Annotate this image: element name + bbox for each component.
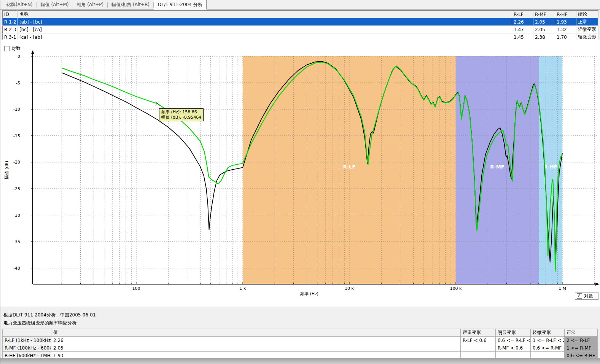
y-tick-label: -30	[13, 213, 20, 218]
x-tick-label: 100	[132, 286, 140, 291]
results-table: ID名称R-LFR-MFR-HF结论R 1-2[ab] - [bc]2.262.…	[2, 10, 598, 41]
cell: 2.26	[512, 18, 533, 26]
y-tick-label: -40	[13, 266, 20, 271]
y-tick-label: -10	[13, 107, 20, 112]
band-r-lf	[243, 56, 456, 284]
column-header[interactable]: 名称	[18, 11, 512, 18]
table-header-row: ID名称R-LFR-MFR-HF结论	[3, 11, 598, 18]
cell: 轻微变形	[576, 26, 598, 33]
log-scale-checkbox-bottom[interactable]: 对数	[575, 292, 598, 300]
cell: 1 <= R-LF < 2	[531, 337, 565, 344]
status-strip	[0, 358, 600, 364]
y-tick-label: -5	[16, 81, 20, 86]
log-checkbox-label: 对数	[584, 293, 593, 299]
x-tick-label: 1 M	[559, 286, 566, 291]
analysis-note-line-2: 电力变压器绕组变形的频率响应分析	[3, 320, 76, 326]
band-label-r-lf: R-LF	[343, 164, 356, 170]
cell: 1.93	[555, 18, 576, 26]
tooltip-magnitude: 幅值 (dB): -8.95464	[161, 115, 201, 120]
cell: R-LF < 0.6	[461, 337, 496, 344]
cell: 2.26	[51, 337, 461, 344]
column-header[interactable]: R-HF	[555, 11, 576, 18]
table-row: R-MF (100kHz - 600kHz)2.05R-MF < 0.60.6 …	[3, 344, 598, 352]
tab-bar: 铭牌(Alt+N)幅值 (Alt+M)相角 (Alt+P)幅值/相角 (Alt+…	[0, 0, 600, 10]
column-header[interactable]: 明显变形	[496, 329, 531, 337]
cell: [ab] - [bc]	[18, 18, 512, 26]
chart-tooltip: 频率 (Hz): 158.86 幅值 (dB): -8.95464	[159, 108, 204, 121]
checkbox-icon[interactable]	[577, 293, 582, 299]
cell: 2.05	[533, 18, 555, 26]
tab-5[interactable]: DL/T 911-2004 分析	[154, 0, 207, 10]
column-header[interactable]: ID	[3, 11, 18, 18]
column-header[interactable]: 结论	[576, 11, 598, 18]
y-tick-label: 0	[18, 54, 20, 59]
cell: 1.32	[555, 26, 576, 33]
table-row[interactable]: R 2-3[bc] - [ca]1.472.051.32轻微变形	[3, 26, 598, 33]
cell: R 1-2	[3, 18, 18, 26]
cell: [bc] - [ca]	[18, 26, 512, 33]
cell	[461, 344, 496, 352]
cell: 2.05	[533, 26, 555, 33]
cell: 正常	[576, 18, 598, 26]
cell: R-LF (1kHz - 100kHz)	[3, 337, 51, 344]
band-r-mf	[456, 56, 539, 284]
y-tick-label: -35	[13, 239, 20, 244]
cell: 2 <= R-LF	[565, 337, 598, 344]
y-tick-label: -25	[13, 186, 20, 191]
cell: R-MF < 0.6	[496, 344, 531, 352]
x-axis-arrow-icon	[595, 283, 600, 286]
column-header[interactable]: 正常	[565, 329, 598, 337]
column-header[interactable]: R-MF	[533, 11, 555, 18]
x-tick-label: 100 k	[450, 286, 462, 291]
fra-analysis-window: { "tabs": [ {"label": "铭牌(Alt+N)", "acti…	[0, 0, 600, 364]
column-header[interactable]: R-LF	[512, 11, 533, 18]
cell: 2.05	[51, 344, 461, 352]
chart-panel: 对数 0-5-10-15-20-25-30-35-401001 k10 k100…	[0, 40, 600, 307]
cell: 1 <= R-MF	[565, 344, 598, 352]
x-axis-title: 频率 (Hz)	[300, 291, 318, 296]
frequency-response-plot: 0-5-10-15-20-25-30-35-401001 k10 k100 k1…	[0, 40, 600, 307]
band-label-r-hf: R-HF	[544, 164, 557, 170]
tab-3[interactable]: 相角 (Alt+P)	[73, 0, 108, 9]
tooltip-frequency: 频率 (Hz): 158.86	[161, 110, 201, 115]
table-header-row: 值严重变形明显变形轻微变形正常	[3, 329, 598, 337]
x-tick-label: 10 k	[345, 286, 354, 291]
y-tick-label: -20	[13, 160, 20, 165]
cell: 0.6 <= R-LF < 1	[496, 337, 531, 344]
column-header[interactable]	[3, 329, 51, 337]
tab-2[interactable]: 幅值 (Alt+M)	[37, 0, 73, 9]
table-row[interactable]: R 1-2[ab] - [bc]2.262.051.93正常	[3, 18, 598, 26]
cell: 0.6 <= R-MF < 1	[531, 344, 565, 352]
cell: R-MF (100kHz - 600kHz)	[3, 344, 51, 352]
column-header[interactable]: 严重变形	[461, 329, 496, 337]
tab-4[interactable]: 幅值/相角 (Alt+B)	[108, 0, 153, 9]
table-row: R-LF (1kHz - 100kHz)2.26R-LF < 0.60.6 <=…	[3, 337, 598, 344]
x-tick-label: 1 k	[240, 286, 246, 291]
cell: 1.47	[512, 26, 533, 33]
column-header[interactable]: 轻微变形	[531, 329, 565, 337]
analysis-note-line-1: 根据DL/T 911-2004分析，中国2005-06-01	[3, 312, 96, 318]
y-axis-arrow-icon	[31, 50, 34, 54]
analysis-criteria-table: 值严重变形明显变形轻微变形正常R-LF (1kHz - 100kHz)2.26R…	[2, 329, 598, 359]
band-label-r-mf: R-MF	[490, 164, 504, 170]
y-tick-label: -15	[13, 134, 20, 138]
cell: R 2-3	[3, 26, 18, 33]
tab-1[interactable]: 铭牌(Alt+N)	[3, 0, 37, 9]
y-axis-title: 幅值 (dB)	[4, 161, 9, 180]
column-header[interactable]: 值	[51, 329, 461, 337]
